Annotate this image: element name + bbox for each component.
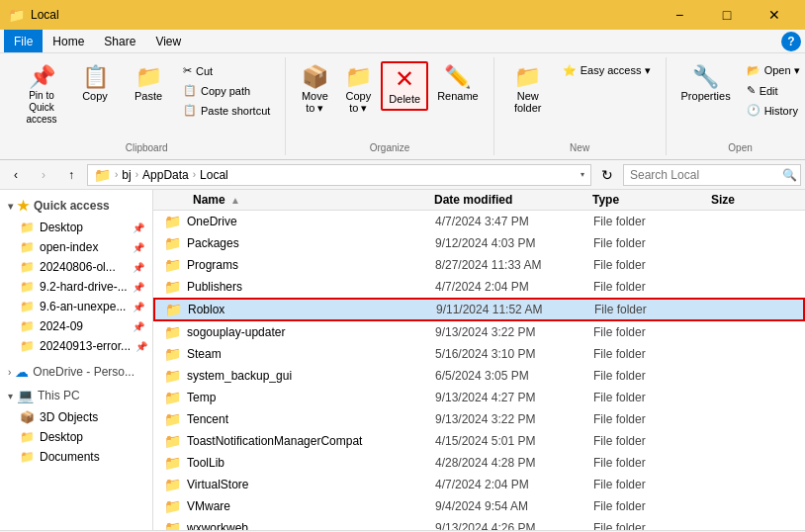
history-icon: 🕐: [747, 104, 760, 117]
column-name[interactable]: Name ▲: [153, 193, 430, 207]
search-box[interactable]: 🔍: [623, 164, 801, 186]
quick-access-section[interactable]: ▾ ★ Quick access: [0, 194, 152, 218]
paste-shortcut-button[interactable]: 📋 Paste shortcut: [176, 101, 277, 120]
sidebar-item-9.6-an[interactable]: 📁 9.6-an-unexpe... 📌: [0, 297, 152, 316]
star-icon: ★: [17, 198, 30, 214]
file-row-roblox[interactable]: 📁 Roblox 9/11/2024 11:52 AM File folder: [153, 298, 805, 321]
file-name: Tencent: [187, 412, 228, 426]
menu-item-home[interactable]: Home: [43, 30, 94, 52]
copy-to-button[interactable]: 📁 Copyto ▾: [337, 61, 379, 120]
help-button[interactable]: ?: [781, 32, 801, 51]
open-index-label: open-index: [40, 240, 98, 254]
sidebar-item-desktop2[interactable]: 📁 Desktop: [0, 427, 152, 447]
column-size[interactable]: Size: [707, 193, 805, 207]
history-button[interactable]: 🕐 History: [740, 101, 805, 120]
pin-indicator: 📌: [133, 262, 144, 273]
onedrive-section[interactable]: › ☁ OneDrive - Perso...: [0, 360, 152, 384]
sidebar-item-desktop[interactable]: 📁 Desktop 📌: [0, 218, 152, 237]
file-row[interactable]: 📁 Tencent 9/13/2024 3:22 PM File folder: [153, 408, 805, 430]
file-name-cell: 📁 OneDrive: [154, 214, 431, 229]
back-button[interactable]: ‹: [4, 163, 28, 187]
up-button[interactable]: ↑: [59, 163, 83, 187]
easy-access-label: Easy access ▾: [581, 64, 651, 77]
easy-access-button[interactable]: ⭐ Easy access ▾: [556, 61, 658, 80]
file-type: File folder: [589, 412, 708, 426]
column-type[interactable]: Type: [588, 193, 707, 207]
edit-button[interactable]: ✎ Edit: [740, 81, 805, 100]
sidebar-item-9.2-hard[interactable]: 📁 9.2-hard-drive-... 📌: [0, 277, 152, 297]
open-small-col: 📂 Open ▾ ✎ Edit 🕐 History: [740, 61, 805, 135]
open-dropdown-button[interactable]: 📂 Open ▾: [740, 61, 805, 80]
file-row[interactable]: 📁 Packages 9/12/2024 4:03 PM File folder: [153, 232, 805, 254]
sidebar-item-3dobjects[interactable]: 📦 3D Objects: [0, 407, 152, 427]
main-content: ▾ ★ Quick access 📁 Desktop 📌 📁 open-inde…: [0, 190, 805, 530]
menu-item-file[interactable]: File: [4, 30, 43, 52]
folder-icon: 📁: [164, 455, 181, 471]
file-row[interactable]: 📁 system_backup_gui 6/5/2024 3:05 PM Fil…: [153, 365, 805, 387]
sidebar-item-open-index[interactable]: 📁 open-index 📌: [0, 237, 152, 257]
paste-button[interactable]: 📁 Paste: [123, 61, 174, 107]
file-row[interactable]: 📁 ToolLib 4/28/2024 4:28 PM File folder: [153, 452, 805, 474]
search-input[interactable]: [630, 168, 778, 182]
this-pc-section[interactable]: ▾ 💻 This PC: [0, 384, 152, 407]
clipboard-buttons: 📌 Pin to Quickaccess 📋 Copy 📁 Paste ✂ Cu…: [16, 61, 277, 151]
menu-item-view[interactable]: View: [145, 30, 191, 52]
chevron-down-icon: ▾: [8, 201, 13, 212]
copy-to-icon: 📁: [345, 66, 372, 88]
copy-button[interactable]: 📋 Copy: [69, 61, 121, 107]
file-name-cell: 📁 ToolLib: [154, 455, 431, 471]
folder-icon: 📁: [164, 324, 181, 340]
file-name: wxworkweb: [187, 521, 248, 530]
20240806-label: 20240806-ol...: [40, 260, 116, 274]
menu-item-share[interactable]: Share: [94, 30, 145, 52]
close-button[interactable]: ✕: [752, 0, 797, 30]
file-date: 4/7/2024 2:04 PM: [431, 478, 589, 491]
file-date: 9/13/2024 3:22 PM: [431, 412, 589, 426]
column-date[interactable]: Date modified: [430, 193, 588, 207]
file-row[interactable]: 📁 ToastNotificationManagerCompat 4/15/20…: [153, 430, 805, 452]
file-type: File folder: [590, 303, 709, 316]
file-row[interactable]: 📁 OneDrive 4/7/2024 3:47 PM File folder: [153, 211, 805, 232]
path-appdata[interactable]: AppData: [142, 168, 189, 182]
sidebar-item-20240806[interactable]: 📁 20240806-ol... 📌: [0, 257, 152, 277]
file-row[interactable]: 📁 sogouplay-updater 9/13/2024 3:22 PM Fi…: [153, 321, 805, 343]
properties-button[interactable]: 🔧 Properties: [674, 61, 738, 107]
file-name-cell: 📁 system_backup_gui: [154, 368, 431, 384]
file-name-cell: 📁 sogouplay-updater: [154, 324, 431, 340]
copy-path-label: Copy path: [201, 85, 250, 97]
move-to-button[interactable]: 📦 Moveto ▾: [294, 61, 335, 120]
file-row[interactable]: 📁 Programs 8/27/2024 11:33 AM File folde…: [153, 254, 805, 276]
sidebar-item-documents[interactable]: 📁 Documents: [0, 447, 152, 467]
sidebar-item-20240913[interactable]: 📁 20240913-error... 📌: [0, 336, 152, 356]
desktop-label: Desktop: [40, 221, 83, 234]
minimize-button[interactable]: −: [657, 0, 702, 30]
file-row[interactable]: 📁 VirtualStore 4/7/2024 2:04 PM File fol…: [153, 474, 805, 495]
file-row[interactable]: 📁 Temp 9/13/2024 4:27 PM File folder: [153, 387, 805, 408]
file-type: File folder: [589, 499, 708, 513]
address-path[interactable]: 📁 › bj › AppData › Local ▾: [87, 164, 591, 186]
file-row[interactable]: 📁 Publishers 4/7/2024 2:04 PM File folde…: [153, 276, 805, 298]
folder-icon: 📁: [164, 433, 181, 449]
clipboard-group-label: Clipboard: [8, 142, 285, 153]
sidebar-item-2024-09[interactable]: 📁 2024-09 📌: [0, 316, 152, 336]
file-row[interactable]: 📁 Steam 5/16/2024 3:10 PM File folder: [153, 343, 805, 365]
pin-to-quick-access-button[interactable]: 📌 Pin to Quickaccess: [16, 61, 67, 131]
path-local[interactable]: Local: [200, 168, 228, 182]
cut-button[interactable]: ✂ Cut: [176, 61, 277, 80]
copy-path-button[interactable]: 📋 Copy path: [176, 81, 277, 100]
file-row[interactable]: 📁 VMware 9/4/2024 9:54 AM File folder: [153, 495, 805, 517]
new-folder-button[interactable]: 📁 Newfolder: [502, 61, 554, 119]
forward-button[interactable]: ›: [32, 163, 55, 187]
documents-label: Documents: [40, 450, 100, 464]
folder-icon: 📁: [164, 279, 181, 295]
maximize-button[interactable]: □: [704, 0, 750, 30]
file-name-cell: 📁 Programs: [154, 257, 431, 273]
file-row[interactable]: 📁 wxworkweb 9/13/2024 4:26 PM File folde…: [153, 517, 805, 530]
easy-access-icon: ⭐: [563, 64, 577, 77]
chevron-down-icon-pc: ▾: [8, 391, 13, 401]
delete-button[interactable]: ✕ Delete: [381, 61, 428, 111]
search-icon: 🔍: [782, 168, 797, 182]
rename-button[interactable]: ✏️ Rename: [430, 61, 486, 107]
refresh-button[interactable]: ↻: [595, 164, 619, 186]
path-bj[interactable]: bj: [122, 168, 131, 182]
